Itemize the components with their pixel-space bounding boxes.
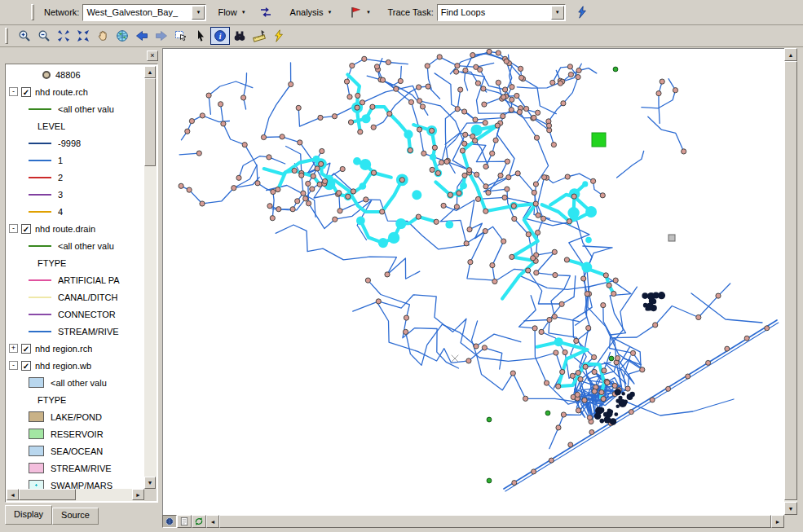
flow-arrows-icon bbox=[259, 6, 272, 19]
map-horizontal-scrollbar[interactable]: ◄ ► bbox=[162, 515, 784, 528]
map-viewport[interactable] bbox=[162, 48, 784, 515]
patch-symbol bbox=[29, 463, 44, 473]
zoom-out-icon bbox=[38, 29, 51, 42]
scrollbar-thumb[interactable] bbox=[219, 515, 771, 528]
legend-label: 2 bbox=[58, 173, 63, 182]
flow-menu-label: Flow bbox=[218, 7, 236, 17]
toolbar-grip[interactable] bbox=[5, 28, 8, 44]
trace-task-value: Find Loops bbox=[438, 7, 550, 17]
network-combo[interactable]: West_Galveston_Bay_ ▼ bbox=[82, 4, 206, 21]
legend-row: SEA/OCEAN bbox=[7, 442, 144, 459]
scrollbar-thumb[interactable] bbox=[144, 78, 156, 166]
collapse-icon[interactable]: - bbox=[9, 361, 18, 370]
expand-icon[interactable]: + bbox=[9, 344, 18, 353]
legend-row: <all other valu bbox=[7, 100, 144, 117]
scroll-up-icon[interactable]: ▲ bbox=[784, 48, 797, 61]
scroll-left-icon[interactable]: ◄ bbox=[7, 489, 19, 500]
line-symbol bbox=[29, 177, 53, 178]
layer-name: nhd region.rch bbox=[35, 344, 92, 354]
table-of-contents: × 48806-✓nhd route.rch<all other valuLEV… bbox=[3, 49, 160, 528]
legend-row: RESERVOIR bbox=[7, 425, 144, 442]
forward-extent-button[interactable] bbox=[152, 27, 171, 45]
trace-task-combo[interactable]: Find Loops ▼ bbox=[437, 4, 566, 21]
legend-label: -9998 bbox=[58, 138, 81, 148]
legend-row: 48806 bbox=[7, 66, 144, 83]
fixed-zoom-out-button[interactable] bbox=[73, 27, 93, 45]
hyperlink-button[interactable] bbox=[269, 27, 289, 45]
fixed-zoom-in-button[interactable] bbox=[54, 27, 73, 45]
find-button[interactable] bbox=[230, 27, 249, 45]
scrollbar-thumb[interactable] bbox=[784, 61, 797, 500]
legend-label: <all other valu bbox=[51, 378, 107, 388]
back-extent-button[interactable] bbox=[132, 27, 152, 45]
layer-row[interactable]: -✓nhd route.rch bbox=[7, 83, 144, 100]
map-vertical-scrollbar[interactable]: ▲ ▼ bbox=[784, 48, 797, 515]
zoom-in-icon bbox=[18, 29, 31, 42]
zoom-in-button[interactable] bbox=[15, 27, 34, 45]
scroll-left-icon[interactable]: ◄ bbox=[206, 515, 219, 528]
full-extent-button[interactable] bbox=[113, 27, 132, 45]
legend-row: 3 bbox=[7, 186, 144, 203]
layer-name: nhd region.wb bbox=[35, 361, 91, 371]
refresh-view-button[interactable] bbox=[192, 515, 206, 528]
tab-source[interactable]: Source bbox=[52, 508, 99, 525]
select-features-button[interactable] bbox=[171, 27, 191, 45]
application-window: Network: West_Galveston_Bay_ ▼ Flow ▼ An… bbox=[0, 0, 803, 532]
legend-label: LAKE/POND bbox=[51, 412, 102, 422]
arrow-right-icon bbox=[155, 29, 168, 42]
toc-horizontal-scrollbar[interactable]: ◄ ► bbox=[7, 489, 144, 501]
legend-row: 2 bbox=[7, 169, 144, 186]
toc-vertical-scrollbar[interactable]: ▲ ▼ bbox=[144, 66, 157, 489]
zoom-out-button[interactable] bbox=[34, 27, 54, 45]
select-elements-button[interactable] bbox=[191, 27, 210, 45]
solve-button[interactable] bbox=[571, 2, 593, 22]
flow-display-arrows-button[interactable] bbox=[254, 2, 277, 22]
scroll-right-icon[interactable]: ► bbox=[132, 489, 144, 500]
page-icon bbox=[179, 517, 189, 526]
layer-tree: 48806-✓nhd route.rch<all other valuLEVEL… bbox=[7, 66, 144, 489]
cursor-icon bbox=[194, 29, 207, 42]
layer-checkbox[interactable]: ✓ bbox=[21, 224, 31, 234]
tab-display[interactable]: Display bbox=[5, 505, 52, 525]
patch-symbol bbox=[29, 480, 44, 489]
layer-checkbox[interactable]: ✓ bbox=[21, 87, 31, 97]
layer-checkbox[interactable]: ✓ bbox=[21, 344, 31, 354]
legend-row: SWAMP/MARS bbox=[7, 477, 144, 489]
layer-row[interactable]: -✓nhd route.drain bbox=[7, 220, 144, 237]
collapse-icon[interactable]: - bbox=[9, 87, 18, 96]
layout-view-button[interactable] bbox=[177, 515, 192, 528]
legend-row: FTYPE bbox=[7, 254, 144, 271]
layer-checkbox[interactable]: ✓ bbox=[21, 361, 31, 371]
scroll-down-icon[interactable]: ▼ bbox=[784, 502, 797, 515]
legend-label: STREAM/RIVE bbox=[58, 327, 119, 336]
chevron-down-icon[interactable]: ▼ bbox=[192, 6, 205, 20]
analysis-menu-button[interactable]: Analysis ▼ bbox=[285, 5, 338, 20]
patch-symbol bbox=[29, 429, 44, 439]
scroll-right-icon[interactable]: ► bbox=[771, 515, 784, 528]
scroll-down-icon[interactable]: ▼ bbox=[144, 477, 156, 489]
layer-row[interactable]: +✓nhd region.rch bbox=[7, 340, 144, 357]
toc-header[interactable]: × bbox=[3, 49, 160, 63]
legend-label: 1 bbox=[58, 156, 63, 165]
line-symbol bbox=[29, 331, 53, 332]
toolbar-grip[interactable] bbox=[31, 4, 34, 20]
flow-menu-button[interactable]: Flow ▼ bbox=[213, 5, 250, 20]
chevron-down-icon[interactable]: ▼ bbox=[551, 6, 564, 20]
tools-toolbar: i bbox=[0, 25, 803, 47]
scrollbar-thumb[interactable] bbox=[19, 489, 76, 500]
map-canvas[interactable] bbox=[163, 49, 785, 516]
collapse-icon[interactable]: - bbox=[9, 224, 18, 233]
identify-button[interactable]: i bbox=[210, 27, 230, 45]
legend-row: <all other valu bbox=[7, 374, 144, 391]
scroll-up-icon[interactable]: ▲ bbox=[144, 66, 156, 78]
measure-button[interactable] bbox=[249, 27, 269, 45]
legend-row: LEVEL bbox=[7, 117, 144, 134]
scrollbar-corner bbox=[144, 489, 157, 501]
pan-button[interactable] bbox=[93, 27, 113, 45]
data-view-button[interactable] bbox=[162, 515, 177, 528]
close-icon[interactable]: × bbox=[147, 51, 158, 61]
globe-icon bbox=[116, 29, 129, 42]
flag-tool-button[interactable]: ▼ bbox=[346, 2, 375, 22]
layer-row[interactable]: -✓nhd region.wb bbox=[7, 357, 144, 374]
measure-icon bbox=[253, 29, 266, 42]
